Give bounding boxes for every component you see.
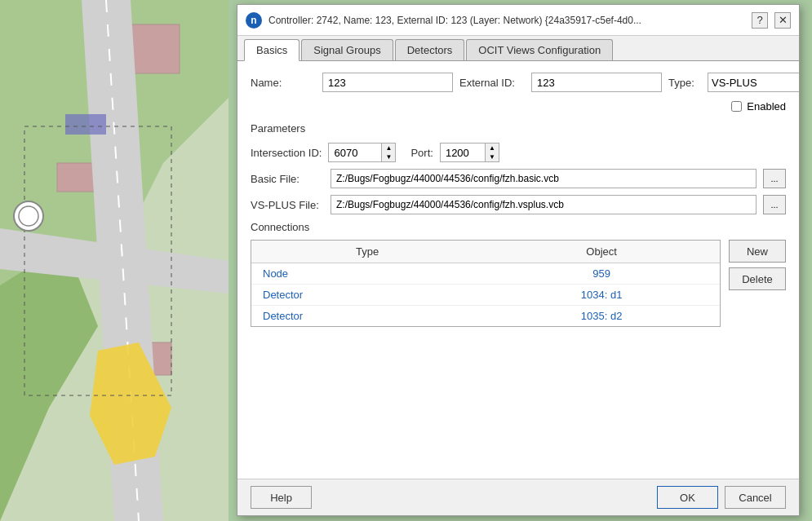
new-connection-button[interactable]: New <box>729 240 786 263</box>
dialog: n Controller: 2742, Name: 123, External … <box>237 4 800 516</box>
connections-table-wrapper: Type Object Node959Detector1034: d1Detec… <box>251 240 721 327</box>
row-type: Node <box>251 263 483 285</box>
help-button[interactable]: Help <box>251 486 312 509</box>
basic-file-label: Basic File: <box>251 173 324 185</box>
row-type: Detector <box>251 306 483 327</box>
app-icon: n <box>246 12 262 29</box>
basic-file-browse-btn[interactable]: ... <box>763 169 786 188</box>
intersection-id-label: Intersection ID: <box>251 147 322 159</box>
intersection-id-up[interactable]: ▲ <box>382 143 395 152</box>
connections-table: Type Object Node959Detector1034: d1Detec… <box>251 241 720 326</box>
intersection-id-spinbox: ▲ ▼ <box>328 143 396 162</box>
connections-title: Connections <box>251 221 786 233</box>
vsplus-file-row: VS-PLUS File: ... <box>251 195 786 214</box>
tab-signal-groups[interactable]: Signal Groups <box>301 39 393 60</box>
parameters-title: Parameters <box>251 122 786 135</box>
row-object: 959 <box>483 263 720 285</box>
svg-rect-10 <box>65 114 106 135</box>
footer-right: OK Cancel <box>657 486 786 509</box>
port-input[interactable] <box>440 143 485 162</box>
svg-rect-4 <box>57 163 94 192</box>
dialog-footer: Help OK Cancel <box>237 479 799 515</box>
footer-left: Help <box>251 486 312 509</box>
enabled-row: Enabled <box>251 100 786 113</box>
intersection-id-input[interactable] <box>328 143 381 162</box>
dialog-titlebar: n Controller: 2742, Name: 123, External … <box>237 5 799 36</box>
intersection-id-down[interactable]: ▼ <box>382 152 395 161</box>
dialog-title: Controller: 2742, Name: 123, External ID… <box>268 15 745 26</box>
row-type: Detector <box>251 285 483 306</box>
connections-area: Type Object Node959Detector1034: d1Detec… <box>251 240 786 327</box>
col-object: Object <box>483 241 720 263</box>
tab-detectors[interactable]: Detectors <box>395 39 465 60</box>
intersection-id-spinbox-btns: ▲ ▼ <box>381 143 396 162</box>
col-type: Type <box>251 241 483 263</box>
connections-section: Connections Type Object Node959Detector1… <box>251 221 786 327</box>
tab-ocit-views[interactable]: OCIT Views Configuration <box>466 39 613 60</box>
tab-bar: Basics Signal Groups Detectors OCIT View… <box>237 36 799 61</box>
close-button[interactable]: ✕ <box>774 12 791 29</box>
parameters-section: Parameters Intersection ID: ▲ ▼ Port: ▲ <box>251 122 786 214</box>
map-area <box>0 0 229 521</box>
name-label: Name: <box>251 77 316 89</box>
vsplus-file-input[interactable] <box>331 195 757 214</box>
table-row[interactable]: Node959 <box>251 263 720 285</box>
help-icon-btn[interactable]: ? <box>752 12 768 29</box>
port-down[interactable]: ▼ <box>486 152 499 161</box>
port-spinbox-btns: ▲ ▼ <box>485 143 499 162</box>
type-label: Type: <box>668 77 701 89</box>
cancel-button[interactable]: Cancel <box>725 486 786 509</box>
row-object: 1035: d2 <box>483 306 720 327</box>
dialog-content: Name: External ID: Type: VS-PLUS ▼ Enabl… <box>237 61 799 479</box>
name-input[interactable] <box>322 73 453 92</box>
delete-connection-button[interactable]: Delete <box>729 267 786 290</box>
connections-buttons: New Delete <box>729 240 786 327</box>
tab-basics[interactable]: Basics <box>244 39 300 61</box>
port-up[interactable]: ▲ <box>486 143 499 152</box>
table-row[interactable]: Detector1034: d1 <box>251 285 720 306</box>
table-row[interactable]: Detector1035: d2 <box>251 306 720 327</box>
port-label: Port: <box>410 147 433 159</box>
extid-input[interactable] <box>531 73 662 92</box>
vsplus-file-label: VS-PLUS File: <box>251 199 324 211</box>
type-select-wrapper: VS-PLUS ▼ <box>708 73 799 92</box>
row-object: 1034: d1 <box>483 285 720 306</box>
extid-label: External ID: <box>459 77 525 89</box>
enabled-checkbox[interactable] <box>731 101 742 112</box>
ok-button[interactable]: OK <box>657 486 718 509</box>
port-spinbox: ▲ ▼ <box>440 143 499 162</box>
vsplus-file-browse-btn[interactable]: ... <box>763 195 786 214</box>
name-row: Name: External ID: Type: VS-PLUS ▼ <box>251 73 786 92</box>
basic-file-row: Basic File: ... <box>251 169 786 188</box>
type-select[interactable]: VS-PLUS <box>708 73 799 92</box>
intersection-port-row: Intersection ID: ▲ ▼ Port: ▲ ▼ <box>251 143 786 162</box>
enabled-label: Enabled <box>747 100 786 113</box>
basic-file-input[interactable] <box>331 169 757 188</box>
